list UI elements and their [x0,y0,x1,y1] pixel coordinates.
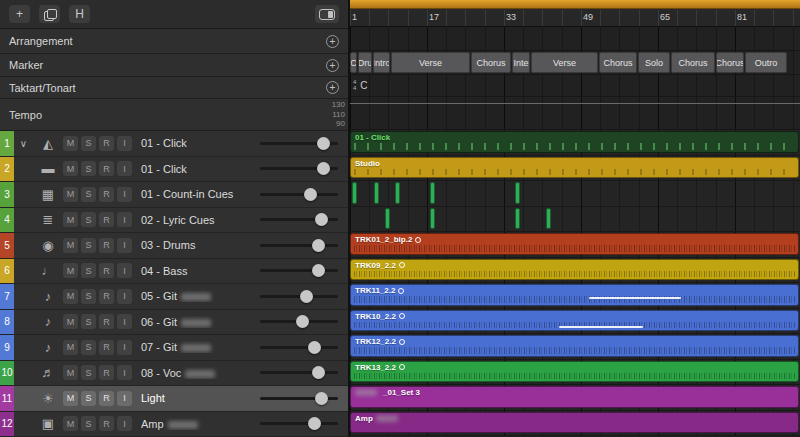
region[interactable]: TRK11_2.2 [350,284,799,306]
track-header[interactable]: 11☀MSRILight [0,386,348,412]
add-signature-icon[interactable]: + [326,81,339,94]
slider-knob[interactable] [304,188,317,201]
add-marker-icon[interactable]: + [326,59,339,72]
slider-knob[interactable] [308,417,321,430]
record-button[interactable]: R [99,314,114,329]
midi-cue-region[interactable] [515,182,520,204]
marker-block[interactable]: Chorus [599,52,637,73]
global-lane-marker[interactable]: Marker + [0,54,348,77]
track-lane[interactable]: Studio [350,156,800,182]
input-button[interactable]: I [117,238,132,253]
solo-button[interactable]: S [81,391,96,406]
region[interactable]: TRK12_2.2 [350,335,799,357]
track-header[interactable]: 4≣MSRI02 - Lyric Cues [0,208,348,234]
cycle-range-strip[interactable] [350,0,800,9]
solo-button[interactable]: S [81,314,96,329]
record-button[interactable]: R [99,391,114,406]
mute-button[interactable]: M [63,161,78,176]
midi-cue-region[interactable] [395,182,400,204]
volume-slider[interactable] [260,269,338,272]
midi-cue-region[interactable] [430,182,435,204]
marker-lane[interactable]: CDruIntroVerseChorusInteVerseChorusSoloC… [350,51,800,75]
input-button[interactable]: I [117,161,132,176]
input-button[interactable]: I [117,263,132,278]
marker-block[interactable]: Verse [531,52,598,73]
marker-block[interactable]: Chorus [671,52,715,73]
region[interactable]: TRK13_2.2 [350,361,799,383]
track-header[interactable]: 3▦MSRI01 - Count-in Cues [0,182,348,208]
input-button[interactable]: I [117,136,132,151]
track-header[interactable]: 2▬MSRI01 - Click [0,157,348,183]
track-lane[interactable] [350,207,800,233]
midi-cue-region[interactable] [515,208,520,230]
global-lane-signature[interactable]: Taktart/Tonart + [0,77,348,99]
add-arrangement-icon[interactable]: + [326,35,339,48]
region[interactable]: _01_Set 3 [350,386,799,408]
track-lane[interactable]: TRK09_2.2 [350,258,800,284]
slider-knob[interactable] [296,315,309,328]
global-lane-arrangement[interactable]: Arrangement + [0,29,348,54]
solo-button[interactable]: S [81,340,96,355]
volume-slider[interactable] [260,346,338,349]
record-button[interactable]: R [99,263,114,278]
volume-slider[interactable] [260,244,338,247]
mute-button[interactable]: M [63,238,78,253]
volume-slider[interactable] [260,320,338,323]
track-lane[interactable]: TRK13_2.2 [350,360,800,386]
track-lane[interactable]: TRK11_2.2 [350,283,800,309]
midi-cue-region[interactable] [352,182,357,204]
track-header[interactable]: 12▣MSRIAmp [0,412,348,437]
track-header[interactable]: 5◉MSRI03 - Drums [0,233,348,259]
mute-button[interactable]: M [63,289,78,304]
solo-button[interactable]: S [81,416,96,431]
tempo-lane[interactable] [350,97,800,130]
track-lane[interactable]: TRK01_2_bip.2 [350,232,800,258]
record-button[interactable]: R [99,136,114,151]
track-lane[interactable]: 01 - Click [350,130,800,156]
slider-knob[interactable] [315,213,328,226]
slider-knob[interactable] [315,392,328,405]
record-button[interactable]: R [99,365,114,380]
signature-lane[interactable]: 4 4 C [350,75,800,97]
input-button[interactable]: I [117,187,132,202]
region[interactable]: Amp [350,412,799,434]
marker-block[interactable]: Verse [391,52,470,73]
header-display-toggle-button[interactable] [315,5,339,23]
input-button[interactable]: I [117,365,132,380]
record-button[interactable]: R [99,289,114,304]
global-lane-tempo[interactable]: Tempo 130 110 90 [0,99,348,131]
slider-knob[interactable] [312,264,325,277]
input-button[interactable]: I [117,314,132,329]
solo-button[interactable]: S [81,136,96,151]
slider-knob[interactable] [300,290,313,303]
mute-button[interactable]: M [63,365,78,380]
marker-block[interactable]: Outro [745,52,787,73]
track-header[interactable]: 1∨◭MSRI01 - Click [0,131,348,157]
slider-knob[interactable] [317,162,330,175]
volume-slider[interactable] [260,397,338,400]
track-header[interactable]: 7♪MSRI05 - Git [0,284,348,310]
marker-block[interactable]: Dru [358,52,372,73]
marker-block[interactable]: Inte [512,52,530,73]
solo-button[interactable]: S [81,212,96,227]
track-lane[interactable]: TRK10_2.2 [350,309,800,335]
record-button[interactable]: R [99,340,114,355]
record-button[interactable]: R [99,416,114,431]
region[interactable]: TRK10_2.2 [350,310,799,332]
region[interactable]: TRK09_2.2 [350,259,799,281]
marker-block[interactable]: Solo [638,52,670,73]
mute-button[interactable]: M [63,391,78,406]
solo-button[interactable]: S [81,187,96,202]
disclosure-chevron-icon[interactable]: ∨ [14,138,33,149]
marker-block[interactable]: Chorus [471,52,511,73]
input-button[interactable]: I [117,340,132,355]
mute-button[interactable]: M [63,187,78,202]
track-header[interactable]: 6♩MSRI04 - Bass [0,259,348,285]
volume-slider[interactable] [260,218,338,221]
marker-block[interactable]: Chorus [716,52,744,73]
midi-cue-region[interactable] [546,208,551,230]
input-button[interactable]: I [117,416,132,431]
input-button[interactable]: I [117,391,132,406]
slider-knob[interactable] [312,239,325,252]
region[interactable]: Studio [350,157,799,179]
